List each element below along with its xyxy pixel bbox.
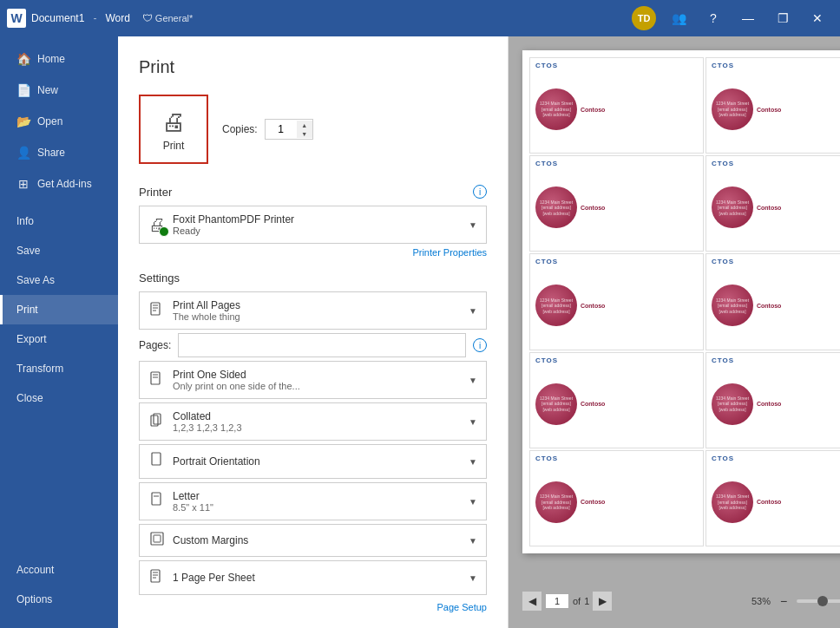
zoom-percent: 53%	[751, 596, 771, 606]
setting-main-collated: Collated	[173, 410, 462, 422]
margins-dropdown-arrow: ▼	[469, 536, 477, 546]
setting-main-one-sided: Print One Sided	[173, 369, 462, 381]
sidebar-item-account[interactable]: Account	[0, 555, 118, 585]
sidebar-label-share: Share	[37, 147, 65, 159]
sidebar-item-export[interactable]: Export	[0, 324, 118, 354]
sidebar-item-options[interactable]: Options	[0, 585, 118, 614]
pages-row: Pages: i	[139, 333, 487, 357]
title-bar-controls: TD 👥 ? — ❐ ✕	[632, 3, 833, 34]
zoom-bar[interactable]	[797, 599, 840, 603]
sidebar-item-save-as[interactable]: Save As	[0, 265, 118, 295]
setting-sub-one-sided: Only print on one side of the...	[173, 381, 462, 391]
setting-print-all-pages[interactable]: Print All Pages The whole thing ▼	[139, 291, 487, 330]
add-ins-icon: ⊞	[16, 177, 30, 191]
printer-info-icon[interactable]: i	[473, 185, 487, 199]
sidebar-item-new[interactable]: 📄 New	[0, 75, 118, 106]
sidebar-label-close: Close	[16, 392, 43, 404]
copies-increment[interactable]: ▲	[297, 121, 312, 129]
zoom-out-btn[interactable]: −	[776, 593, 791, 609]
sidebar-label-save-as: Save As	[16, 274, 55, 286]
printer-status: Ready	[173, 226, 462, 236]
collab-btn[interactable]: 👥	[663, 3, 694, 34]
margins-icon	[148, 532, 166, 549]
shield-icon: 🛡	[142, 12, 153, 24]
setting-pages-per-sheet[interactable]: 1 Page Per Sheet ▼	[139, 560, 487, 595]
setting-main-paper: Letter	[173, 490, 462, 502]
copies-input[interactable]	[266, 120, 297, 139]
label-grid: CTOS 1234 Main Street[email address][web…	[529, 57, 840, 546]
printer-icon: 🖨	[161, 108, 186, 136]
word-app-icon: W	[7, 9, 26, 28]
prev-page-btn[interactable]: ◀	[522, 592, 541, 611]
copies-input-wrap: ▲ ▼	[265, 119, 313, 140]
setting-sub-pages: The whole thing	[173, 311, 462, 322]
restore-btn[interactable]: ❐	[767, 3, 798, 34]
setting-main-pps: 1 Page Per Sheet	[173, 572, 462, 584]
setting-margins[interactable]: Custom Margins ▼	[139, 524, 487, 557]
label-cell-1: CTOS 1234 Main Street[email address][web…	[529, 57, 704, 154]
svg-rect-4	[151, 372, 160, 384]
sidebar-label-open: Open	[37, 115, 62, 128]
label-circle: 1234 Main Street[email address][web addr…	[535, 88, 577, 130]
zoom-thumb[interactable]	[817, 596, 828, 606]
printer-icon-area: 🖨	[148, 215, 166, 235]
svg-rect-13	[154, 535, 161, 542]
sidebar: 🏠 Home 📄 New 📂 Open 👤 Share ⊞ Get Add-in…	[0, 36, 118, 628]
sidebar-label-options: Options	[16, 593, 52, 605]
title-separator: -	[93, 12, 96, 24]
current-page: 1	[545, 593, 569, 609]
label-middle: 1234 Main Street[email address][web addr…	[535, 69, 605, 149]
sidebar-label-get-add-ins: Get Add-ins	[37, 178, 92, 190]
sidebar-label-account: Account	[16, 564, 54, 576]
setting-sub-paper: 8.5" x 11"	[173, 502, 462, 513]
collated-icon	[148, 412, 166, 431]
pages-input[interactable]	[178, 333, 466, 357]
printer-properties-link[interactable]: Printer Properties	[139, 247, 487, 258]
setting-text-pps: 1 Page Per Sheet	[173, 572, 462, 584]
setting-orientation[interactable]: Portrait Orientation ▼	[139, 444, 487, 479]
setting-collated[interactable]: Collated 1,2,3 1,2,3 1,2,3 ▼	[139, 402, 487, 441]
setting-paper[interactable]: Letter 8.5" x 11" ▼	[139, 482, 487, 520]
collated-dropdown-arrow: ▼	[469, 417, 477, 427]
sidebar-item-save[interactable]: Save	[0, 236, 118, 265]
paper-icon	[148, 492, 166, 511]
pps-dropdown-arrow: ▼	[469, 573, 477, 583]
settings-title: Settings	[139, 271, 487, 285]
setting-main-pages: Print All Pages	[173, 299, 462, 311]
label-cell-7: CTOS 1234 Main Street[email address][web…	[529, 352, 704, 448]
copies-spinners: ▲ ▼	[297, 121, 312, 138]
sidebar-item-close[interactable]: Close	[0, 383, 118, 413]
printer-label: Foxit PhantomPDF Printer Ready	[173, 213, 462, 236]
printer-name: Foxit PhantomPDF Printer	[173, 213, 462, 226]
copies-decrement[interactable]: ▼	[297, 129, 312, 138]
page-of-label: of	[573, 596, 581, 606]
preview-page: CTOS 1234 Main Street[email address][web…	[522, 50, 840, 553]
sidebar-item-open[interactable]: 📂 Open	[0, 106, 118, 137]
sidebar-item-transform[interactable]: Transform	[0, 354, 118, 383]
preview-footer: ◀ 1 of 1 ▶ 53% − +	[522, 588, 840, 614]
setting-one-sided[interactable]: Print One Sided Only print on one side o…	[139, 361, 487, 399]
sidebar-item-get-add-ins[interactable]: ⊞ Get Add-ins	[0, 168, 118, 200]
new-icon: 📄	[16, 83, 30, 97]
shield-label: General*	[155, 13, 193, 23]
setting-main-margins: Custom Margins	[173, 534, 462, 546]
sidebar-item-info[interactable]: Info	[0, 206, 118, 236]
label-cell-6: CTOS 1234 Main Street[email address][web…	[705, 253, 840, 350]
printer-dropdown-arrow: ▼	[469, 220, 477, 230]
minimize-btn[interactable]: —	[732, 3, 764, 34]
share-icon: 👤	[16, 146, 30, 160]
close-btn[interactable]: ✕	[802, 3, 833, 34]
page-setup-link[interactable]: Page Setup	[139, 602, 487, 612]
svg-rect-14	[151, 570, 160, 582]
help-btn[interactable]: ?	[698, 3, 729, 34]
sidebar-item-share[interactable]: 👤 Share	[0, 137, 118, 168]
pages-info-icon[interactable]: i	[473, 338, 487, 352]
sidebar-label-new: New	[37, 84, 58, 96]
user-avatar[interactable]: TD	[632, 6, 656, 30]
sidebar-item-print[interactable]: Print	[0, 295, 118, 324]
sidebar-item-home[interactable]: 🏠 Home	[0, 43, 118, 75]
print-button[interactable]: 🖨 Print	[139, 95, 208, 164]
label-middle-2: 1234 Main Street[email address][web addr…	[712, 69, 781, 149]
next-page-btn[interactable]: ▶	[593, 592, 612, 611]
printer-select[interactable]: 🖨 Foxit PhantomPDF Printer Ready ▼	[139, 206, 487, 244]
